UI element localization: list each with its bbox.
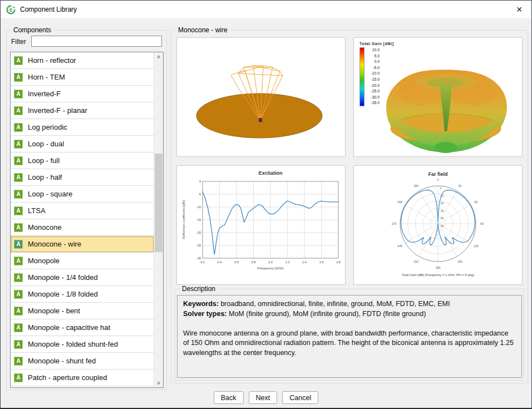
keywords-line: Keywords: broadband, omnidirectional, fi… [183, 299, 516, 309]
svg-text:-40: -40 [440, 217, 444, 220]
component-label: Loop - dual [28, 140, 64, 148]
antenna-component-icon: A [14, 357, 23, 366]
antenna-model-image [177, 38, 345, 156]
filter-label: Filter [11, 38, 26, 46]
svg-text:1.4: 1.4 [302, 260, 307, 264]
app-icon: c [6, 5, 16, 14]
component-list[interactable]: AHorn - reflectorAHorn - TEMAInverted-FA… [10, 52, 164, 388]
component-label: Monocone [28, 223, 62, 231]
list-item-loop-square[interactable]: ALoop - square [11, 186, 154, 203]
list-item-monopole-bent[interactable]: AMonopole - bent [11, 303, 154, 319]
components-groupbox: Components Filter AHorn - reflectorAHorn… [6, 30, 167, 390]
list-item-loop-full[interactable]: ALoop - full [11, 152, 154, 169]
svg-text:-30: -30 [440, 210, 444, 213]
list-item-monopole-1-4-folded[interactable]: AMonopole - 1/4 folded [11, 269, 154, 286]
filter-input[interactable] [31, 36, 162, 47]
close-button[interactable]: ✕ [513, 3, 526, 16]
svg-text:-50: -50 [440, 225, 444, 228]
list-item-patch-aperture-coupled[interactable]: APatch - aperture coupled [11, 369, 154, 386]
svg-text:-5: -5 [198, 193, 201, 196]
back-button[interactable]: Back [214, 391, 244, 404]
svg-text:c: c [9, 7, 13, 13]
solver-label: Solver types: [183, 310, 227, 318]
list-item-monopole-capacitive-hat[interactable]: AMonopole - capacitive hat [11, 319, 154, 336]
component-label: Monopole - shunt fed [28, 357, 96, 365]
svg-text:0.4: 0.4 [218, 260, 222, 264]
excitation-chart: 0.20.40.60.81.01.21.41.61.80-5-10-15-20-… [177, 166, 345, 284]
components-groupbox-label: Components [11, 26, 53, 34]
dialog-buttons: Back Next Cancel [1, 391, 531, 404]
svg-text:Total Gain [dBi] (Frequency =: Total Gain [dBi] (Frequency = 1 GHz; Phi… [402, 273, 474, 277]
component-label: Inverted-F - planar [28, 106, 87, 115]
list-item-monocone-wire[interactable]: AMonocone - wire [11, 236, 154, 253]
antenna-component-icon: A [14, 123, 23, 132]
farfield-chart: Far field0306090120150180210240270300330… [354, 166, 522, 284]
scrollbar-thumb[interactable] [155, 154, 162, 252]
titlebar: c Component Library ✕ [1, 1, 531, 18]
svg-text:330: 330 [413, 184, 418, 188]
antenna-component-icon: A [14, 140, 23, 149]
svg-text:0: 0 [437, 178, 439, 181]
component-library-dialog: c Component Library ✕ Components Filter … [0, 0, 532, 409]
antenna-component-icon: A [14, 323, 23, 332]
cancel-button[interactable]: Cancel [282, 391, 318, 404]
antenna-component-icon: A [14, 106, 23, 115]
antenna-component-icon: A [14, 340, 23, 349]
antenna-component-icon: A [14, 223, 23, 232]
solver-line: Solver types: MoM (finite ground), MoM (… [183, 309, 516, 319]
farfield-plot-preview: Far field0306090120150180210240270300330… [353, 165, 523, 285]
svg-text:30: 30 [459, 184, 462, 188]
component-label: Patch - aperture coupled [28, 373, 107, 382]
list-item-monopole-shunt-fed[interactable]: AMonopole - shunt fed [11, 353, 154, 369]
list-item-monocone[interactable]: AMonocone [11, 219, 154, 236]
svg-text:0: 0 [440, 187, 442, 190]
list-item-log-periodic[interactable]: ALog periodic [11, 119, 154, 136]
svg-text:60: 60 [475, 200, 478, 204]
antenna-component-icon: A [14, 240, 23, 249]
antenna-component-icon: A [14, 290, 23, 299]
svg-text:1.2: 1.2 [285, 260, 290, 264]
svg-text:90: 90 [480, 222, 484, 225]
component-label: Monopole - 1/4 folded [28, 273, 98, 282]
list-item-horn-tem[interactable]: AHorn - TEM [11, 69, 154, 86]
antenna-model-preview [176, 37, 346, 157]
list-item-inverted-f[interactable]: AInverted-F [11, 86, 154, 102]
component-label: Log periodic [28, 123, 67, 131]
scrollbar-down-icon[interactable]: ∨ [154, 378, 163, 387]
excitation-plot-preview: 0.20.40.60.81.01.21.41.61.80-5-10-15-20-… [176, 165, 346, 285]
svg-text:1.8: 1.8 [336, 260, 341, 264]
list-item-horn-reflector[interactable]: AHorn - reflector [11, 52, 154, 69]
component-label: Monocone - wire [28, 240, 81, 248]
component-label: Loop - half [28, 173, 62, 181]
list-item-monopole[interactable]: AMonopole [11, 253, 154, 269]
description-body: Wire monocone antenna on a ground plane,… [183, 329, 516, 358]
antenna-component-icon: A [14, 173, 23, 182]
scrollbar-up-icon[interactable]: ∧ [154, 52, 163, 61]
colorbar-title: Total Gain [dBi] [359, 41, 394, 46]
component-label: Monopole [28, 257, 60, 265]
description-groupbox: Description Keywords: broadband, omnidir… [175, 289, 524, 381]
keywords-value: broadband, omnidirectional, finite, infi… [220, 300, 450, 308]
list-item-ltsa[interactable]: ALTSA [11, 203, 154, 219]
svg-text:270: 270 [392, 222, 397, 225]
gain-pattern-preview: Total Gain [dBi] 10.05.00.0-5.0-10.0-15.… [353, 37, 523, 157]
svg-text:240: 240 [397, 244, 402, 248]
component-label: Horn - TEM [28, 73, 65, 81]
list-item-loop-dual[interactable]: ALoop - dual [11, 136, 154, 152]
list-item-monopole-folded-shunt-fed[interactable]: AMonopole - folded shunt-fed [11, 336, 154, 353]
list-item-monopole-1-8-folded[interactable]: AMonopole - 1/8 folded [11, 286, 154, 303]
list-item-loop-half[interactable]: ALoop - half [11, 169, 154, 186]
component-label: Monopole - bent [28, 307, 80, 315]
svg-text:Far field: Far field [428, 171, 447, 177]
list-item-inverted-f-planar[interactable]: AInverted-F - planar [11, 102, 154, 119]
component-list-rows: AHorn - reflectorAHorn - TEMAInverted-FA… [11, 52, 163, 386]
antenna-component-icon: A [14, 257, 23, 265]
component-label: Monopole - capacitive hat [28, 323, 110, 332]
component-label: Loop - full [28, 156, 60, 165]
colorbar-gradient [359, 47, 364, 106]
next-button[interactable]: Next [249, 391, 278, 404]
antenna-component-icon: A [14, 156, 23, 165]
svg-text:-30: -30 [196, 257, 201, 260]
component-label: Horn - reflector [28, 56, 76, 65]
list-scrollbar[interactable]: ∧ ∨ [154, 52, 163, 387]
